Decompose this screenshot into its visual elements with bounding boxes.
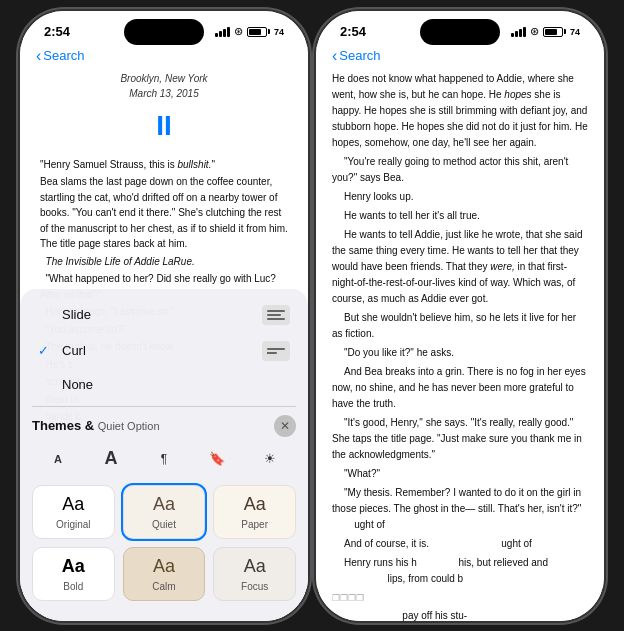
themes-header: Themes & Quiet Option ✕ xyxy=(32,409,296,441)
paragraph-button[interactable]: ¶ xyxy=(146,445,182,473)
back-label-right: Search xyxy=(339,48,380,63)
book-header: Brooklyn, New York March 13, 2015 II xyxy=(40,71,288,147)
book-content-right: He does not know what happened to Addie,… xyxy=(316,71,604,621)
signal-icon-right xyxy=(511,27,526,37)
brightness-button[interactable]: ☀ xyxy=(252,445,288,473)
slide-option-none[interactable]: None xyxy=(32,369,296,400)
theme-focus-aa: Aa xyxy=(244,556,266,577)
theme-grid: Aa Original Aa Quiet Aa Paper Aa Bold xyxy=(32,481,296,605)
chapter-number: II xyxy=(40,104,288,147)
slide-icon xyxy=(262,305,290,325)
theme-paper[interactable]: Aa Paper xyxy=(213,485,296,539)
curl-label: Curl xyxy=(62,343,86,358)
themes-title: Themes & Quiet Option xyxy=(32,418,160,433)
theme-original[interactable]: Aa Original xyxy=(32,485,115,539)
theme-focus-label: Focus xyxy=(241,581,268,592)
check-curl: ✓ xyxy=(38,343,54,358)
font-increase-button[interactable]: A xyxy=(93,445,129,473)
none-label: None xyxy=(62,377,93,392)
slide-label: Slide xyxy=(62,307,91,322)
battery-pct-right: 74 xyxy=(570,27,580,37)
theme-calm-label: Calm xyxy=(152,581,175,592)
status-time-right: 2:54 xyxy=(340,24,366,39)
status-time-left: 2:54 xyxy=(44,24,70,39)
wifi-icon: ⊛ xyxy=(234,25,243,38)
book-location: Brooklyn, New York March 13, 2015 xyxy=(40,71,288,102)
nav-bar-left: ‹ Search xyxy=(20,47,308,71)
slide-options: Slide ✓ Curl xyxy=(32,289,296,404)
theme-focus[interactable]: Aa Focus xyxy=(213,547,296,601)
slide-option-curl[interactable]: ✓ Curl xyxy=(32,333,296,369)
back-button-right[interactable]: ‹ Search xyxy=(332,47,381,65)
nav-bar-right: ‹ Search xyxy=(316,47,604,71)
theme-quiet-aa: Aa xyxy=(153,494,175,515)
separator-1 xyxy=(32,406,296,407)
theme-bold[interactable]: Aa Bold xyxy=(32,547,115,601)
battery-icon xyxy=(247,27,270,37)
theme-quiet[interactable]: Aa Quiet xyxy=(123,485,206,539)
back-chevron-icon: ‹ xyxy=(36,47,41,65)
theme-bold-label: Bold xyxy=(63,581,83,592)
curl-icon xyxy=(262,341,290,361)
signal-icon xyxy=(215,27,230,37)
status-icons-right: ⊛ 74 xyxy=(511,25,580,38)
close-button[interactable]: ✕ xyxy=(274,415,296,437)
toolbar: A A ¶ 🔖 ☀ xyxy=(32,441,296,481)
theme-calm[interactable]: Aa Calm xyxy=(123,547,206,601)
bookmark-button[interactable]: 🔖 xyxy=(199,445,235,473)
status-icons-left: ⊛ 74 xyxy=(215,25,284,38)
theme-original-label: Original xyxy=(56,519,90,530)
theme-paper-label: Paper xyxy=(241,519,268,530)
battery-icon-right xyxy=(543,27,566,37)
wifi-icon-right: ⊛ xyxy=(530,25,539,38)
left-phone: 2:54 ⊛ 74 xyxy=(20,11,308,621)
theme-quiet-label: Quiet xyxy=(152,519,176,530)
back-chevron-icon-right: ‹ xyxy=(332,47,337,65)
dynamic-island-right xyxy=(420,19,500,45)
font-decrease-button[interactable]: A xyxy=(40,445,76,473)
dynamic-island-left xyxy=(124,19,204,45)
theme-calm-aa: Aa xyxy=(153,556,175,577)
theme-bold-aa: Aa xyxy=(62,556,85,577)
slide-option-slide[interactable]: Slide xyxy=(32,297,296,333)
theme-original-aa: Aa xyxy=(62,494,84,515)
right-phone: 2:54 ⊛ 74 xyxy=(316,11,604,621)
battery-pct-left: 74 xyxy=(274,27,284,37)
theme-paper-aa: Aa xyxy=(244,494,266,515)
back-button-left[interactable]: ‹ Search xyxy=(36,47,85,65)
back-label-left: Search xyxy=(43,48,84,63)
overlay-panel: Slide ✓ Curl xyxy=(20,289,308,621)
